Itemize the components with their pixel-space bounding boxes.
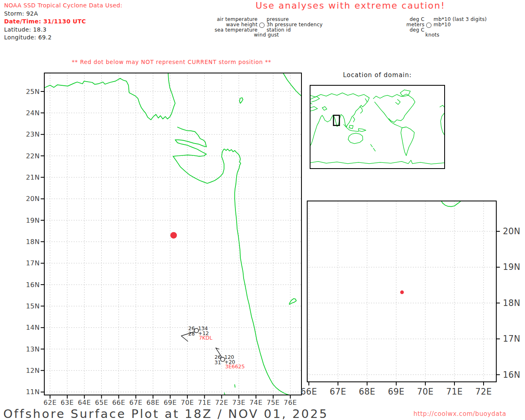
x-tick-label: 69E	[164, 399, 177, 406]
world-coastline	[322, 107, 327, 110]
x-tick-label: 71E	[446, 387, 463, 397]
x-tick-label: 62E	[43, 399, 57, 406]
coastline	[240, 98, 243, 103]
x-tick-label: 63E	[61, 399, 74, 406]
y-tick-label: 13N	[26, 345, 40, 353]
longitude-line: Longitude: 69.2	[4, 34, 122, 42]
y-tick-label: 19N	[503, 262, 520, 272]
y-tick-label: 21N	[26, 173, 40, 181]
offshore-surface-plot-page: 62E63E64E65E66E67E68E69E70E71E72E73E74E7…	[0, 0, 525, 420]
plot-title: Offshore Surface Plot at 18Z / NOV 01, 2…	[3, 407, 328, 420]
station-legend-right-column: pressure 3h pressure tendency station id	[267, 17, 323, 32]
red-dot-warning: ** Red dot below may NOT represent CURRE…	[72, 59, 271, 65]
x-tick-label: 70E	[181, 399, 194, 406]
world-coastline	[373, 148, 375, 151]
station-model-circle-icon	[259, 23, 265, 28]
x-tick-label: 64E	[78, 399, 91, 406]
x-tick-label: 72E	[215, 399, 228, 406]
coastline	[283, 73, 301, 96]
legend-pressure-tendency-label: 3h pressure tendency	[267, 22, 323, 27]
y-tick-label: 20N	[503, 226, 520, 236]
x-tick-label: 68E	[359, 387, 376, 397]
x-tick-label: 71E	[198, 399, 211, 406]
world-coastline	[349, 125, 353, 128]
legend-wave-height-label: wave height	[176, 22, 258, 27]
world-coastline	[310, 160, 445, 164]
y-tick-label: 23N	[26, 130, 40, 138]
y-tick-label: 17N	[26, 259, 40, 267]
legend-air-temperature-label: air temperature	[176, 17, 258, 22]
x-tick-label: 66E	[112, 399, 125, 406]
caution-banner: Use analyses with extreme caution!	[256, 0, 445, 11]
latitude-line: Latitude: 18.3	[4, 26, 122, 34]
y-tick-label: 17N	[503, 334, 520, 344]
storm-info-block: NOAA SSD Tropical Cyclone Data Used: Sto…	[4, 2, 122, 42]
units-degc-sea-label: deg C	[342, 27, 425, 33]
y-tick-label: 22N	[26, 152, 40, 160]
units-model-circle-icon	[426, 23, 431, 28]
legend-sea-temperature-label: sea temperature	[176, 27, 258, 33]
x-tick-label: 76E	[284, 399, 297, 406]
y-tick-label: 25N	[26, 88, 40, 96]
x-tick-label: 66E	[301, 387, 317, 397]
y-tick-label: 16N	[503, 370, 520, 380]
station-id-3E6625: 3E6625	[225, 363, 245, 370]
station-id-7KDL: 7KDL	[199, 335, 212, 341]
world-coastline	[440, 105, 445, 107]
noaa-data-line: NOAA SSD Tropical Cyclone Data Used:	[4, 2, 122, 10]
x-tick-label: 65E	[95, 399, 108, 406]
x-tick-label: 70E	[417, 387, 434, 397]
x-tick-label: 69E	[388, 387, 405, 397]
world-coastline	[395, 100, 400, 105]
world-coastline	[310, 107, 317, 111]
y-tick-label: 24N	[26, 109, 40, 117]
world-coastline	[353, 117, 355, 122]
y-tick-label: 12N	[26, 367, 40, 374]
y-tick-label: 11N	[26, 388, 40, 396]
inset-title: Location of domain:	[332, 71, 422, 79]
units-mb10-label: mb*10	[434, 22, 487, 27]
station-sea-temp: 28	[188, 331, 195, 337]
units-knots-label: knots	[425, 32, 439, 38]
legend-pressure-label: pressure	[267, 17, 323, 22]
x-tick-label: 67E	[129, 399, 142, 406]
y-tick-label: 18N	[26, 238, 40, 246]
y-tick-label: 15N	[26, 302, 40, 310]
x-tick-label: 73E	[232, 399, 245, 406]
units-legend-left-column: deg C meters deg C	[342, 17, 425, 32]
units-degc-air-label: deg C	[342, 17, 425, 22]
world-coastline	[401, 127, 414, 156]
x-tick-label: 74E	[249, 399, 262, 406]
world-coastline	[441, 113, 445, 135]
station-sea-temp: 31	[215, 359, 221, 365]
y-tick-label: 18N	[503, 298, 520, 308]
y-tick-label: 14N	[26, 324, 40, 331]
x-tick-label: 75E	[267, 399, 280, 406]
station-legend-left-column: air temperature wave height sea temperat…	[176, 17, 258, 32]
y-tick-label: 19N	[26, 217, 40, 224]
site-url: http://coolwx.com/buoydata	[413, 410, 506, 418]
y-tick-label: 16N	[26, 281, 40, 289]
storm-position-dot	[170, 232, 177, 239]
world-coastline	[360, 107, 363, 113]
coastline	[441, 201, 461, 207]
x-tick-label: 72E	[475, 387, 492, 397]
world-coastline	[348, 133, 363, 144]
datetime-line: Date/Time: 31/1130 UTC	[4, 18, 122, 26]
world-inset-frame	[310, 85, 445, 169]
x-tick-label: 67E	[330, 387, 347, 397]
legend-wind-gust-label: wind gust	[254, 32, 279, 38]
storm-id-line: Storm: 92A	[4, 10, 122, 18]
y-tick-label: 20N	[26, 195, 40, 203]
world-coastline	[371, 144, 372, 147]
x-tick-label: 68E	[146, 399, 160, 406]
units-legend-right-column: mb*10 (last 3 digits) mb*10	[434, 17, 487, 27]
world-coastline	[365, 99, 368, 102]
units-mb10-last3-label: mb*10 (last 3 digits)	[434, 17, 487, 22]
storm-position-dot	[400, 290, 404, 294]
world-coastline	[358, 129, 366, 132]
world-coastline	[310, 96, 320, 102]
world-coastline	[374, 102, 402, 128]
units-meters-label: meters	[342, 22, 425, 27]
coastline	[235, 385, 235, 387]
